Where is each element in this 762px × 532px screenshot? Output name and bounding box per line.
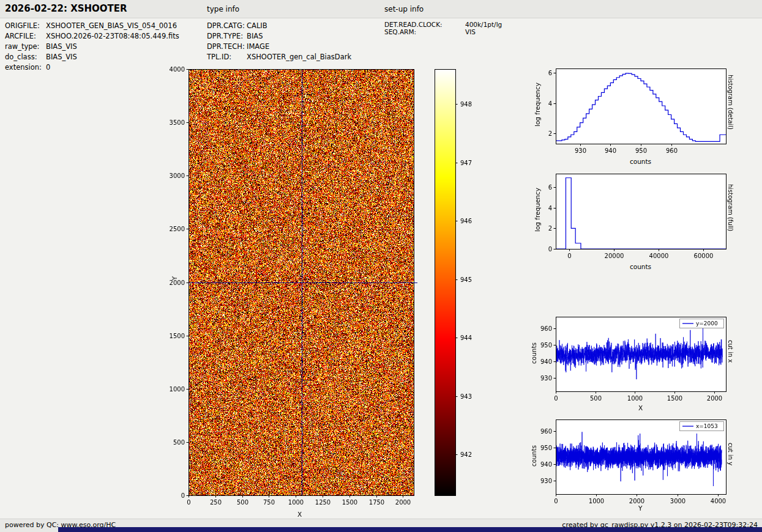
colorbar xyxy=(432,64,487,500)
bias-image-plot xyxy=(160,64,421,514)
cut-x-y-axis-title: counts xyxy=(530,342,537,364)
header-bar: 2026-02-22: XSHOOTER type info set-up in… xyxy=(0,0,762,18)
histogram-detail-plot xyxy=(532,64,730,157)
file-info-row: ARCFILE:XSHOO.2026-02-23T08:48:05.449.fi… xyxy=(5,31,179,42)
field-value: IMAGE xyxy=(247,42,269,52)
field-value: VIS xyxy=(465,28,476,35)
field-value: XSHOOTER_GEN_BIAS_VIS_054_0016 xyxy=(46,21,177,31)
hist-detail-side-title: histogram (detail) xyxy=(727,75,734,130)
cut-x-side-title: cut in x xyxy=(727,340,734,363)
type-info-row: DPR.TYPE:BIAS xyxy=(207,31,351,42)
field-label: ARCFILE: xyxy=(5,31,46,42)
hist-full-y-axis-title: log frequency xyxy=(534,188,541,232)
field-value: BIAS_VIS xyxy=(46,52,77,62)
bottom-accent-bar xyxy=(58,527,762,532)
field-value: BIAS xyxy=(247,31,263,42)
setup-info-row: SEQ.ARM:VIS xyxy=(384,28,502,35)
file-info-row: ORIGFILE:XSHOOTER_GEN_BIAS_VIS_054_0016 xyxy=(5,21,179,31)
type-info-heading: type info xyxy=(207,5,239,13)
type-info-block: DPR.CATG:CALIB DPR.TYPE:BIAS DPR.TECH:IM… xyxy=(207,21,351,62)
field-label: do_class: xyxy=(5,52,46,62)
field-value: BIAS_VIS xyxy=(46,42,77,52)
field-value: XSHOO.2026-02-23T08:48:05.449.fits xyxy=(46,31,179,42)
type-info-row: DPR.CATG:CALIB xyxy=(207,21,351,31)
field-value: 400k/1pt/lg xyxy=(465,21,502,28)
cut-y-side-title: cut in y xyxy=(727,443,734,465)
field-label: ORIGFILE: xyxy=(5,21,46,31)
field-label: DPR.CATG: xyxy=(207,21,247,31)
image-y-axis-title: Y xyxy=(171,276,178,280)
setup-info-heading: set-up info xyxy=(384,5,424,13)
cut-x-x-axis-title: X xyxy=(638,404,643,412)
field-value: XSHOOTER_gen_cal_BiasDark xyxy=(247,52,351,62)
cut-y-y-axis-title: counts xyxy=(530,445,537,467)
field-label: DPR.TECH: xyxy=(207,42,247,52)
field-value: CALIB xyxy=(247,21,267,31)
page-title: 2026-02-22: XSHOOTER xyxy=(5,3,127,14)
field-label: extension: xyxy=(5,62,46,73)
file-info-row: raw_type:BIAS_VIS xyxy=(5,42,179,52)
hist-full-side-title: histogram (full) xyxy=(727,184,734,231)
histogram-full-plot xyxy=(532,169,730,262)
field-label: DPR.TYPE: xyxy=(207,31,247,42)
hist-detail-x-axis-title: counts xyxy=(630,158,651,165)
setup-info-row: DET.READ.CLOCK:400k/1pt/lg xyxy=(384,21,502,28)
setup-info-block: DET.READ.CLOCK:400k/1pt/lg SEQ.ARM:VIS xyxy=(384,21,502,35)
field-label: raw_type: xyxy=(5,42,46,52)
image-x-axis-title: X xyxy=(297,511,302,518)
file-info-row: extension:0 xyxy=(5,62,179,73)
hist-detail-y-axis-title: log frequency xyxy=(534,83,541,127)
type-info-row: DPR.TECH:IMAGE xyxy=(207,42,351,52)
cut-in-y-plot xyxy=(532,415,730,508)
qc-report-page: 2026-02-22: XSHOOTER type info set-up in… xyxy=(0,0,762,532)
field-label: TPL.ID: xyxy=(207,52,247,62)
field-label: SEQ.ARM: xyxy=(384,28,465,35)
field-label: DET.READ.CLOCK: xyxy=(384,21,465,28)
type-info-row: TPL.ID:XSHOOTER_gen_cal_BiasDark xyxy=(207,52,351,62)
cut-in-x-plot xyxy=(532,312,730,405)
hist-full-x-axis-title: counts xyxy=(630,263,651,270)
cut-y-x-axis-title: Y xyxy=(638,504,642,512)
field-value: 0 xyxy=(46,62,50,73)
file-info-block: ORIGFILE:XSHOOTER_GEN_BIAS_VIS_054_0016 … xyxy=(5,21,179,73)
file-info-row: do_class:BIAS_VIS xyxy=(5,52,179,62)
